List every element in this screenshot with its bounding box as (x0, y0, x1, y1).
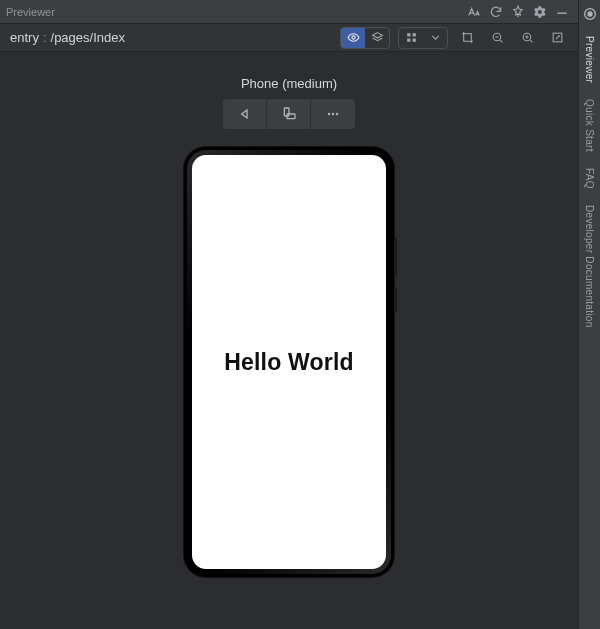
svg-rect-5 (463, 34, 471, 42)
path-separator: : (43, 30, 47, 45)
svg-point-15 (588, 12, 592, 16)
svg-point-11 (328, 113, 330, 115)
title-bar: Previewer (0, 0, 578, 24)
back-icon[interactable] (223, 99, 267, 129)
more-icon[interactable] (311, 99, 355, 129)
right-side-panel: Previewer Quick Start FAQ Developer Docu… (578, 0, 600, 629)
chevron-down-icon[interactable] (423, 28, 447, 48)
grid-icon[interactable] (399, 28, 423, 48)
layers-icon[interactable] (365, 28, 389, 48)
side-tab-dev-doc[interactable]: Developer Documentation (584, 205, 595, 328)
svg-rect-1 (407, 33, 410, 36)
svg-rect-2 (412, 33, 415, 36)
svg-point-0 (351, 36, 354, 39)
svg-rect-3 (407, 39, 410, 42)
preview-area: Phone (medium) Hello World (0, 52, 578, 629)
target-icon[interactable] (582, 6, 598, 22)
side-tab-faq[interactable]: FAQ (584, 168, 595, 189)
side-tab-previewer[interactable]: Previewer (584, 36, 595, 83)
phone-side-button (394, 287, 397, 312)
zoom-in-icon[interactable] (516, 27, 538, 49)
layout-group (398, 27, 448, 49)
module-name: entry (10, 30, 39, 45)
font-size-icon[interactable] (464, 2, 484, 22)
crop-icon[interactable] (456, 27, 478, 49)
panel-title: Previewer (6, 6, 55, 18)
page-path: /pages/Index (51, 30, 125, 45)
settings-icon[interactable] (530, 2, 550, 22)
expand-icon[interactable] (546, 27, 568, 49)
app-content-text: Hello World (224, 349, 354, 376)
svg-rect-4 (412, 39, 415, 42)
zoom-out-icon[interactable] (486, 27, 508, 49)
preview-toolbar (223, 99, 355, 129)
device-frame: Hello World (184, 147, 394, 577)
breadcrumb-header: entry : /pages/Index (0, 24, 578, 52)
phone-side-button (394, 237, 397, 277)
highlight-icon[interactable] (508, 2, 528, 22)
eye-icon[interactable] (341, 28, 365, 48)
phone-screen[interactable]: Hello World (192, 155, 386, 569)
svg-point-13 (336, 113, 338, 115)
device-label: Phone (medium) (241, 76, 337, 91)
refresh-icon[interactable] (486, 2, 506, 22)
rotate-icon[interactable] (267, 99, 311, 129)
minimize-icon[interactable] (552, 2, 572, 22)
side-tab-quick-start[interactable]: Quick Start (584, 99, 595, 152)
svg-point-12 (332, 113, 334, 115)
view-mode-group (340, 27, 390, 49)
